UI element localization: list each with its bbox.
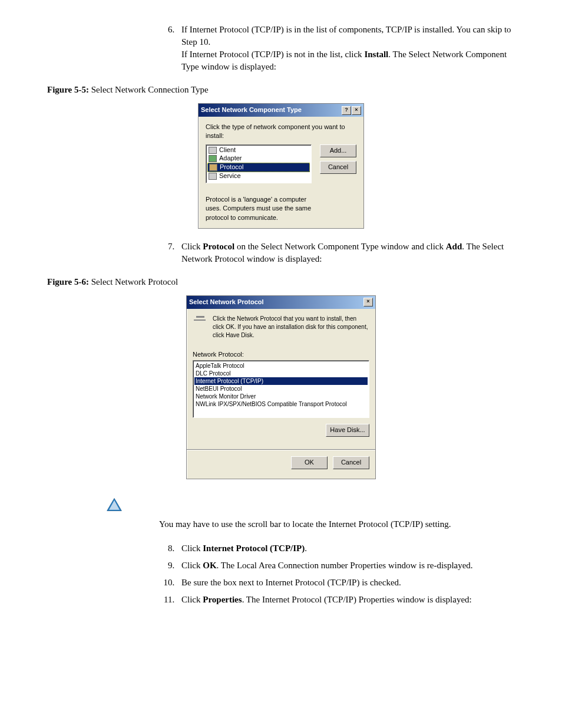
protocol-list-label: Network Protocol: (193, 350, 369, 359)
document-page: If Internet Protocol (TCP/IP) is in the … (47, 24, 515, 606)
dialog1-controls: ? × (342, 106, 361, 115)
step-6: If Internet Protocol (TCP/IP) is in the … (177, 24, 515, 73)
have-disk-row: Have Disk... (193, 424, 369, 440)
step-8-bold: Internet Protocol (TCP/IP) (203, 543, 305, 553)
step-8: Click Internet Protocol (TCP/IP). (177, 542, 515, 555)
steps-list-b: Click Protocol on the Select Network Com… (47, 241, 515, 265)
dialog1-titlebar: Select Network Component Type ? × (199, 104, 363, 117)
list-item-adapter[interactable]: Adapter (207, 154, 310, 163)
add-button[interactable]: Add... (320, 144, 356, 157)
figure-5-6-label: Figure 5-6: (47, 277, 89, 286)
proto-dlc[interactable]: DLC Protocol (194, 370, 368, 377)
note-text: You may have to use the scroll bar to lo… (159, 518, 483, 531)
dialog2-instruction: Click the Network Protocol that you want… (213, 315, 369, 340)
dialog1-body: Click the type of network component you … (199, 117, 363, 228)
client-icon (209, 147, 217, 154)
step-6-line2-pre: If Internet Protocol (TCP/IP) is not in … (181, 50, 364, 59)
service-icon (209, 173, 217, 180)
steps-list-a: If Internet Protocol (TCP/IP) is in the … (47, 24, 515, 73)
dialog2-controls: × (363, 298, 373, 307)
step-11-bold: Properties (203, 595, 242, 604)
figure-5-6-wrap: Select Network Protocol × Click the Netw… (47, 295, 515, 479)
close-button-2[interactable]: × (363, 298, 373, 307)
dialog-component-type: Select Network Component Type ? × Click … (198, 103, 364, 229)
step-6-install-bold: Install (364, 50, 388, 59)
proto-monitor[interactable]: Network Monitor Driver (194, 393, 368, 400)
dialog2-titlebar: Select Network Protocol × (187, 296, 375, 309)
figure-5-5-wrap: Select Network Component Type ? × Click … (47, 103, 515, 229)
have-disk-button[interactable]: Have Disk... (326, 424, 369, 437)
component-listbox[interactable]: Client Adapter Protocol Service (206, 144, 312, 183)
dialog-network-protocol: Select Network Protocol × Click the Netw… (186, 295, 376, 479)
dialog2-title: Select Network Protocol (189, 298, 264, 307)
list-item-service[interactable]: Service (207, 172, 310, 180)
step-7-add-bold: Add (446, 242, 462, 251)
step-10: Be sure the box next to Internet Protoco… (177, 577, 515, 589)
close-button[interactable]: × (352, 106, 361, 115)
step-7-protocol-bold: Protocol (203, 242, 234, 251)
note-icon (106, 497, 123, 512)
figure-5-5-caption: Select Network Connection Type (91, 85, 209, 94)
figure-5-6-title: Figure 5-6: Select Network Protocol (47, 276, 515, 288)
dialog2-instruction-row: Click the Network Protocol that you want… (193, 315, 369, 340)
note-block: You may have to use the scroll bar to lo… (106, 497, 483, 531)
step-11: Click Properties. The Internet Protocol … (177, 594, 515, 606)
protocol-dialog-icon (193, 315, 207, 327)
figure-5-5-title: Figure 5-5: Select Network Connection Ty… (47, 84, 515, 96)
cancel-button-2[interactable]: Cancel (333, 456, 369, 469)
cancel-button[interactable]: Cancel (320, 161, 356, 174)
help-button[interactable]: ? (342, 106, 351, 115)
proto-tcpip[interactable]: Internet Protocol (TCP/IP) (194, 377, 368, 385)
dialog2-body: Click the Network Protocol that you want… (187, 309, 375, 479)
list-item-client[interactable]: Client (207, 146, 310, 154)
dialog1-title: Select Network Component Type (201, 106, 302, 114)
figure-5-5-label: Figure 5-5: (47, 85, 89, 94)
step-7: Click Protocol on the Select Network Com… (177, 241, 515, 265)
dialog1-instruction: Click the type of network component you … (206, 123, 356, 141)
steps-list-c: Click Internet Protocol (TCP/IP). Click … (47, 542, 515, 606)
adapter-icon (209, 155, 217, 162)
dialog1-description: Protocol is a 'language' a computer uses… (206, 195, 323, 222)
step-9: Click OK. The Local Area Connection numb… (177, 559, 515, 572)
step-9-bold: OK (203, 561, 216, 570)
ok-button[interactable]: OK (291, 456, 328, 469)
figure-5-6-caption: Select Network Protocol (91, 277, 178, 286)
step-6-line1: If Internet Protocol (TCP/IP) is in the … (181, 25, 511, 47)
proto-appletalk[interactable]: AppleTalk Protocol (194, 362, 368, 370)
proto-netbeui[interactable]: NetBEUI Protocol (194, 385, 368, 393)
protocol-icon (209, 164, 217, 171)
list-item-protocol[interactable]: Protocol (207, 163, 310, 172)
dialog2-footer: OK Cancel (187, 450, 375, 479)
protocol-listbox[interactable]: AppleTalk Protocol DLC Protocol Internet… (193, 360, 369, 418)
proto-nwlink[interactable]: NWLink IPX/SPX/NetBIOS Compatible Transp… (194, 400, 368, 408)
dialog1-buttons: Add... Cancel (320, 144, 356, 183)
